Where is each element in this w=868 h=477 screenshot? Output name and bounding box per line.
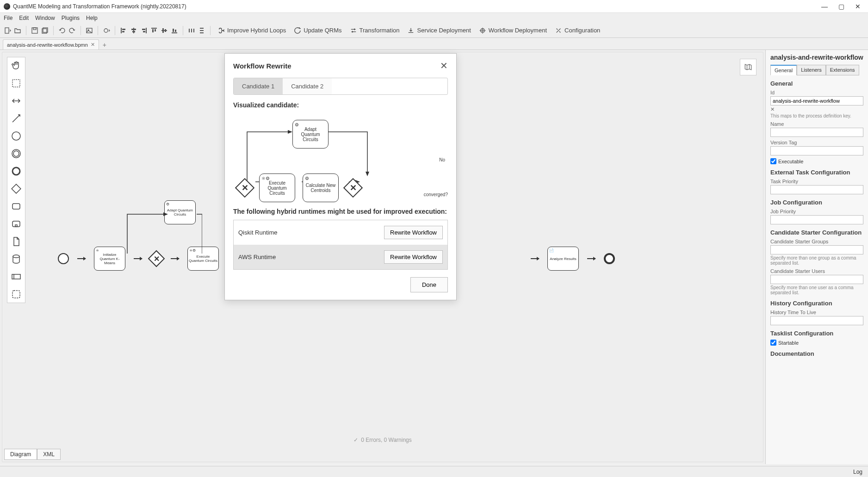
executable-label: Executable bbox=[778, 159, 803, 164]
history-ttl-field[interactable] bbox=[770, 316, 863, 325]
align-middle-icon[interactable] bbox=[161, 27, 168, 34]
menu-plugins[interactable]: Plugins bbox=[62, 15, 80, 21]
task-adapt-bg[interactable]: ⚙Adapt Quantum Circuits bbox=[164, 200, 196, 224]
improve-hybrid-loops-label: Improve Hybrid Loops bbox=[227, 27, 286, 34]
service-deployment-button[interactable]: Service Deployment bbox=[405, 25, 473, 35]
menu-file[interactable]: File bbox=[4, 15, 12, 21]
svg-rect-2 bbox=[33, 28, 36, 30]
tab-diagram[interactable]: Diagram bbox=[4, 449, 37, 460]
start-event-icon[interactable] bbox=[11, 130, 22, 142]
viz-task-adapt: ⚙Adapt Quantum Circuits bbox=[292, 120, 329, 149]
align-top-icon[interactable] bbox=[150, 27, 158, 34]
name-field[interactable] bbox=[770, 128, 863, 137]
image-icon[interactable] bbox=[86, 27, 93, 34]
gateway-icon[interactable] bbox=[11, 183, 22, 194]
gateway-merge[interactable]: ✕ bbox=[148, 250, 165, 267]
toolbar: Improve Hybrid Loops Update QRMs Transfo… bbox=[0, 23, 868, 38]
startable-checkbox[interactable] bbox=[770, 340, 776, 346]
transformation-button[interactable]: Transformation bbox=[347, 25, 403, 35]
svg-rect-41 bbox=[12, 221, 20, 227]
task-icon[interactable] bbox=[11, 201, 22, 212]
dialog-close-icon[interactable]: ✕ bbox=[440, 61, 448, 70]
log-button[interactable]: Log bbox=[853, 469, 862, 475]
menu-help[interactable]: Help bbox=[86, 15, 98, 21]
svg-rect-0 bbox=[5, 28, 9, 33]
executable-checkbox[interactable] bbox=[770, 158, 776, 164]
task-execute[interactable]: ⚛⚙Execute Quantum Circuits bbox=[187, 247, 219, 271]
update-qrms-button[interactable]: Update QRMs bbox=[291, 25, 344, 35]
rewrite-button-aws[interactable]: Rewrite Workflow bbox=[384, 250, 443, 264]
improve-hybrid-loops-button[interactable]: Improve Hybrid Loops bbox=[215, 25, 289, 35]
data-store-icon[interactable] bbox=[11, 254, 22, 265]
pool-icon[interactable] bbox=[11, 271, 22, 282]
svg-rect-18 bbox=[152, 29, 154, 32]
save-icon[interactable] bbox=[31, 27, 38, 34]
distribute-h-icon[interactable] bbox=[188, 27, 195, 34]
starter-users-field[interactable] bbox=[770, 275, 863, 284]
id-field[interactable] bbox=[770, 96, 863, 105]
distribute-v-icon[interactable] bbox=[198, 27, 205, 34]
section-history: History Configuration bbox=[770, 300, 863, 307]
hand-tool-icon[interactable] bbox=[11, 60, 22, 71]
workflow-deployment-button[interactable]: Workflow Deployment bbox=[477, 25, 550, 35]
data-object-icon[interactable] bbox=[11, 236, 22, 247]
group-icon[interactable] bbox=[11, 289, 22, 300]
prop-tab-extensions[interactable]: Extensions bbox=[826, 65, 859, 75]
id-clear[interactable]: ✕ bbox=[770, 106, 863, 112]
check-icon: ✓ bbox=[353, 437, 358, 443]
prop-tab-general[interactable]: General bbox=[770, 65, 797, 75]
undo-icon[interactable] bbox=[58, 27, 66, 34]
starter-groups-field[interactable] bbox=[770, 245, 863, 254]
properties-panel-toggle[interactable]: Properties Panel bbox=[765, 166, 766, 212]
task-priority-field[interactable] bbox=[770, 185, 863, 194]
end-event[interactable] bbox=[604, 253, 615, 264]
prop-tab-listeners[interactable]: Listeners bbox=[797, 65, 826, 75]
intermediate-event-icon[interactable] bbox=[11, 148, 22, 159]
settings-dropdown-icon[interactable] bbox=[103, 27, 110, 34]
done-button[interactable]: Done bbox=[410, 277, 448, 292]
svg-point-43 bbox=[13, 255, 19, 258]
minimap-toggle[interactable] bbox=[740, 59, 756, 75]
lasso-tool-icon[interactable] bbox=[11, 78, 22, 89]
task-initialize[interactable]: ⚛Initialize Quantum K-Means bbox=[94, 247, 125, 271]
candidate-tab-1[interactable]: Candidate 1 bbox=[234, 78, 283, 94]
svg-point-7 bbox=[104, 29, 108, 32]
subprocess-icon[interactable] bbox=[11, 218, 22, 229]
redo-icon[interactable] bbox=[68, 27, 76, 34]
job-priority-field[interactable] bbox=[770, 215, 863, 224]
viz-task-execute: ⚛⚙Execute Quantum Circuits bbox=[259, 173, 295, 202]
align-right-icon[interactable] bbox=[140, 27, 148, 34]
tab-xml[interactable]: XML bbox=[37, 449, 61, 460]
validation-status: ✓ 0 Errors, 0 Warnings bbox=[353, 437, 412, 443]
align-left-icon[interactable] bbox=[120, 27, 127, 34]
align-center-icon[interactable] bbox=[130, 27, 137, 34]
configuration-button[interactable]: Configuration bbox=[552, 25, 603, 35]
maximize-icon[interactable]: ▢ bbox=[838, 4, 844, 9]
menu-edit[interactable]: Edit bbox=[19, 15, 29, 21]
candidate-tab-2[interactable]: Candidate 2 bbox=[283, 78, 332, 94]
align-bottom-icon[interactable] bbox=[171, 27, 178, 34]
file-tab-active[interactable]: analysis-and-rewrite-workflow.bpmn ✕ bbox=[3, 39, 99, 50]
close-window-icon[interactable]: ✕ bbox=[855, 4, 861, 9]
version-field[interactable] bbox=[770, 146, 863, 155]
end-event-icon[interactable] bbox=[11, 166, 22, 177]
close-tab-icon[interactable]: ✕ bbox=[91, 42, 95, 48]
svg-rect-40 bbox=[12, 204, 20, 209]
save-all-icon[interactable] bbox=[41, 27, 49, 34]
add-tab-button[interactable]: + bbox=[99, 40, 110, 50]
open-file-icon[interactable] bbox=[14, 27, 21, 34]
workflow-deployment-label: Workflow Deployment bbox=[489, 27, 547, 34]
new-file-icon[interactable] bbox=[4, 27, 11, 34]
menu-window[interactable]: Window bbox=[35, 15, 55, 21]
start-event[interactable] bbox=[58, 253, 69, 264]
space-tool-icon[interactable] bbox=[11, 95, 22, 106]
connect-tool-icon[interactable] bbox=[11, 113, 22, 124]
task-analyze[interactable]: 📄Analyze Results bbox=[547, 247, 579, 271]
rewrite-button-qiskit[interactable]: Rewrite Workflow bbox=[384, 226, 443, 239]
minimize-icon[interactable]: — bbox=[822, 4, 827, 9]
starter-groups-label: Candidate Starter Groups bbox=[770, 239, 863, 244]
service-deployment-label: Service Deployment bbox=[417, 27, 471, 34]
svg-point-38 bbox=[12, 167, 20, 175]
svg-rect-30 bbox=[200, 30, 204, 31]
id-help: This maps to the process definition key. bbox=[770, 113, 863, 118]
